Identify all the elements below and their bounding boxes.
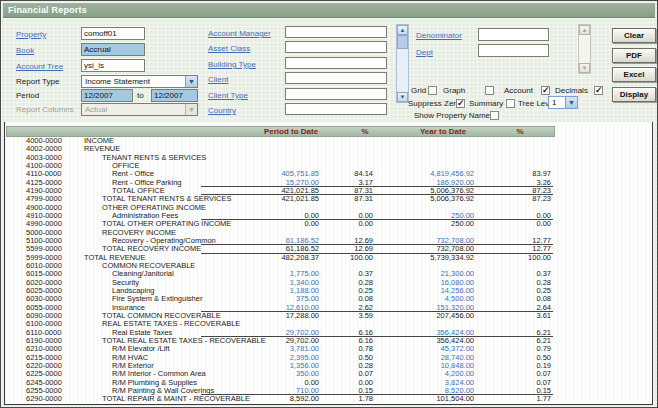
chevron-down-icon: ▼: [185, 104, 197, 115]
table-row: 6210-0000R/M Elevator /Lift3,781.000.784…: [5, 345, 652, 353]
col-header-pct-2: %: [492, 127, 548, 137]
decimals-checkbox[interactable]: [594, 86, 603, 95]
filter-scrollbar[interactable]: ▲ ▼: [396, 24, 409, 103]
period-pct-value: 3.59: [323, 312, 373, 320]
period-label: Period: [16, 91, 39, 100]
middle-filter-label[interactable]: Client Type: [208, 91, 248, 100]
report-type-select[interactable]: Income Statement ▼: [81, 75, 198, 88]
scrollbar-thumb[interactable]: [397, 35, 408, 49]
table-row: 4125-0000Rent - Office Parking15,270.003…: [5, 179, 652, 187]
pdf-button[interactable]: PDF: [612, 48, 656, 63]
account-label: Account: [504, 86, 533, 95]
property-input[interactable]: [81, 27, 145, 40]
account-checkbox[interactable]: [541, 86, 550, 95]
middle-filter-input[interactable]: [285, 57, 387, 69]
grid-checkbox[interactable]: [428, 86, 437, 95]
year-pct-value: 100.00: [478, 254, 551, 262]
year-to-date-value: 101,504.00: [373, 395, 474, 403]
graph-label: Graph: [443, 86, 465, 95]
property-label[interactable]: Property: [16, 30, 46, 39]
book-input[interactable]: [81, 43, 145, 56]
year-to-date-value: 5,739,334.92: [373, 254, 474, 262]
middle-filter-input[interactable]: [285, 26, 387, 38]
scroll-down-icon[interactable]: ▼: [579, 63, 590, 73]
tree-level-select[interactable]: 1 ▼: [548, 96, 578, 109]
display-button[interactable]: Display: [612, 87, 656, 102]
year-pct-value: 0.00: [478, 220, 551, 228]
clear-button[interactable]: Clear: [612, 28, 656, 43]
year-to-date-value: 250.00: [373, 220, 474, 228]
period-pct-value: 1.78: [323, 395, 373, 403]
table-header-bar: Period to Date % Year to Date %: [6, 126, 555, 137]
book-label[interactable]: Book: [16, 46, 34, 55]
middle-filter-label[interactable]: Asset Class: [208, 44, 250, 53]
financial-reports-window: Financial Reports Property Book Account …: [0, 0, 658, 408]
table-row: 6220-0000R/M Exterior1,356.000.2810,848.…: [5, 362, 652, 370]
show-property-name-label: Show Property Name: [414, 111, 490, 120]
middle-filter-input[interactable]: [285, 72, 387, 84]
period-to-input[interactable]: [151, 89, 198, 102]
denominator-input[interactable]: [478, 28, 549, 41]
denominator-label[interactable]: Denominator: [416, 31, 462, 40]
dept-label[interactable]: Dept: [416, 48, 433, 57]
year-pct-value: 3.61: [478, 312, 551, 320]
table-row: 6030-0000Fire System & Extinguisher375.0…: [5, 295, 652, 303]
dept-input[interactable]: [478, 44, 549, 57]
report-columns-select: Actual ▼: [81, 103, 198, 116]
middle-filter-input[interactable]: [285, 41, 387, 53]
table-row: 4110-0000Rent - Office405,751.8584.144,8…: [5, 170, 652, 178]
middle-filter-label[interactable]: Account Manager: [208, 29, 271, 38]
report-table: Period to Date % Year to Date % 4000-000…: [4, 122, 653, 405]
period-to-date-value: 8,592.00: [195, 395, 319, 403]
right-scrollbar[interactable]: ▲ ▼: [578, 24, 591, 74]
period-to-date-value: 482,208.37: [195, 254, 319, 262]
scroll-up-icon[interactable]: ▲: [579, 25, 590, 35]
col-header-year-to-date: Year to Date: [388, 127, 498, 137]
account-tree-input[interactable]: [81, 59, 145, 72]
table-row: 6290-0000TOTAL REPAIR & MAINT - RECOVERA…: [5, 395, 652, 403]
summary-checkbox[interactable]: [506, 99, 515, 108]
year-pct-value: 87.23: [478, 195, 551, 203]
table-row: 6245-0000R/M Plumbing & Supplies0.000.00…: [5, 379, 652, 387]
suppress-zero-label: Suppress Zero: [408, 99, 460, 108]
period-from-input[interactable]: [81, 89, 133, 102]
report-type-label: Report Type: [16, 77, 59, 86]
period-pct-value: 0.00: [323, 220, 373, 228]
scroll-down-icon[interactable]: ▼: [397, 92, 408, 102]
table-row: 4900-0000OTHER OPERATING INCOME: [5, 204, 652, 212]
col-header-pct-1: %: [337, 127, 393, 137]
chevron-down-icon[interactable]: ▼: [565, 97, 577, 108]
col-header-period-to-date: Period to Date: [233, 127, 349, 137]
table-row: 6190-0000TOTAL REAL ESTATE TAXES - RECOV…: [5, 337, 652, 345]
middle-filter-label[interactable]: Country: [208, 106, 236, 115]
suppress-zero-checkbox[interactable]: [456, 99, 465, 108]
table-rows: 4000-0000INCOME4002-0000REVENUE4003-0000…: [5, 137, 652, 404]
show-property-name-checkbox[interactable]: [490, 111, 499, 120]
period-to-word: to: [137, 91, 144, 100]
middle-filter-input[interactable]: [285, 103, 387, 115]
middle-filter-input[interactable]: [285, 88, 387, 100]
year-to-date-value: 207,456.00: [373, 312, 474, 320]
tree-level-value: 1: [552, 98, 556, 107]
account-tree-label[interactable]: Account Tree: [16, 62, 63, 71]
table-row: 5000-0000RECOVERY INCOME: [5, 229, 652, 237]
year-pct-value: 1.77: [478, 395, 551, 403]
excel-button[interactable]: Excel: [612, 67, 656, 82]
middle-filter-label[interactable]: Client: [208, 75, 228, 84]
scroll-up-icon[interactable]: ▲: [397, 25, 408, 35]
chevron-down-icon[interactable]: ▼: [185, 76, 197, 87]
graph-checkbox[interactable]: [485, 86, 494, 95]
table-row: 4003-0000TENANT RENTS & SERVICES: [5, 154, 652, 162]
table-row: 4100-0000OFFICE: [5, 162, 652, 170]
middle-filter-label[interactable]: Building Type: [208, 60, 256, 69]
table-row: 6015-0000Cleaning/Janitorial1,775.000.37…: [5, 270, 652, 278]
report-columns-value: Actual: [85, 105, 107, 114]
period-to-date-value: 0.00: [195, 220, 319, 228]
summary-label: Summary: [469, 99, 503, 108]
report-type-value: Income Statement: [85, 77, 150, 86]
table-row: 6020-0000Security1,340.000.2816,080.000.…: [5, 279, 652, 287]
period-pct-value: 87.31: [323, 195, 373, 203]
table-row: 6025-0000Landscaping1,188.000.2514,256.0…: [5, 287, 652, 295]
table-row: 6100-0000REAL ESTATE TAXES - RECOVERABLE: [5, 320, 652, 328]
period-to-date-value[interactable]: 350.00: [195, 370, 319, 378]
